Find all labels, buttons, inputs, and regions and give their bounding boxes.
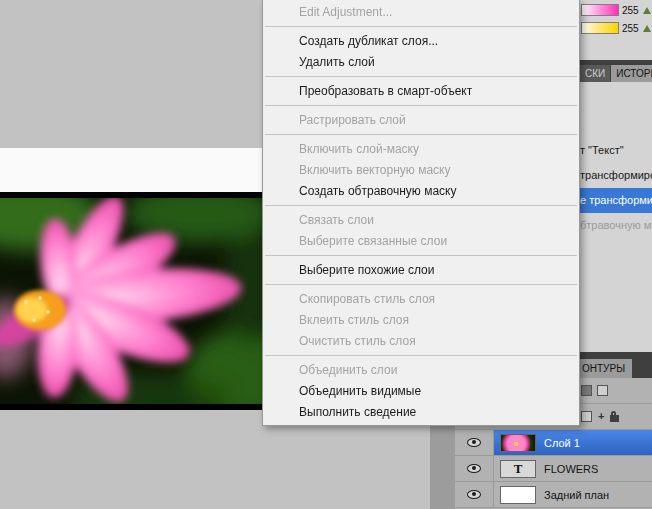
tab-history[interactable]: ИСТОРИ <box>611 65 652 82</box>
menu-item-create-clipping-mask[interactable]: Создать обтравочную маску <box>263 181 579 202</box>
layer-name: FLOWERS <box>544 463 598 475</box>
opacity-option-icon[interactable] <box>597 385 608 396</box>
menu-item-select-similar-layers[interactable]: Выберите похожие слои <box>263 260 579 281</box>
panel-spacer <box>578 36 652 60</box>
photoshop-workspace: 255 255 СКИ ИСТОРИ т "Текст" трансформир… <box>0 0 652 509</box>
menu-item-link-layers: Связать слои <box>263 210 579 231</box>
canvas-white-area <box>0 148 263 192</box>
menu-item-enable-layer-mask: Включить слой-маску <box>263 139 579 160</box>
visibility-cell[interactable] <box>455 482 494 507</box>
color-slider-row: 255 <box>578 18 652 36</box>
right-panel-column: 255 255 СКИ ИСТОРИ т "Текст" трансформир… <box>578 0 652 352</box>
menu-separator <box>263 23 579 31</box>
menu-item-rasterize-layer: Растрировать слой <box>263 110 579 131</box>
layer-content[interactable]: Слой 1 <box>494 430 652 455</box>
lock-icon[interactable] <box>610 415 619 422</box>
menu-item-flatten-image[interactable]: Выполнить сведение <box>263 402 579 423</box>
layer-thumbnail[interactable] <box>500 486 536 504</box>
layer-thumbnail[interactable] <box>500 434 536 452</box>
visibility-cell[interactable] <box>455 456 494 481</box>
menu-item-convert-smart-object[interactable]: Преобразовать в смарт-объект <box>263 81 579 102</box>
document-canvas[interactable] <box>0 192 263 410</box>
checker-icon[interactable] <box>581 411 592 422</box>
text-layer-thumb-icon[interactable]: T <box>500 460 536 478</box>
history-entry[interactable]: трансформиро <box>578 163 652 188</box>
menu-item-duplicate-layer[interactable]: Создать дубликат слоя... <box>263 31 579 52</box>
menu-item-merge-layers: Объединить слои <box>263 360 579 381</box>
magenta-slider[interactable] <box>581 4 619 16</box>
yellow-value[interactable]: 255 <box>622 23 640 34</box>
menu-item-delete-layer[interactable]: Удалить слой <box>263 52 579 73</box>
layer-name: Слой 1 <box>544 437 580 449</box>
color-slider-row: 255 <box>578 0 652 18</box>
slider-handle-icon[interactable] <box>643 25 651 32</box>
layer-row-flowers[interactable]: T FLOWERS <box>455 456 652 482</box>
yellow-slider[interactable] <box>581 22 619 34</box>
magenta-value[interactable]: 255 <box>622 5 640 16</box>
lotus-photo <box>0 198 263 404</box>
plus-icon[interactable]: + <box>598 412 604 421</box>
layer-row-background[interactable]: Задний план <box>455 482 652 508</box>
menu-item-select-linked-layers: Выберите связанные слои <box>263 231 579 252</box>
menu-separator <box>263 73 579 81</box>
visibility-cell[interactable] <box>455 430 494 455</box>
layer-name: Задний план <box>544 489 609 501</box>
tab-paths[interactable]: ОНТУРЫ <box>575 359 632 378</box>
menu-separator <box>263 131 579 139</box>
tab-partial[interactable]: СКИ <box>580 65 610 82</box>
history-entry[interactable]: т "Текст" <box>578 138 652 163</box>
eye-icon[interactable] <box>467 438 481 447</box>
layer-context-menu: Edit Adjustment... Создать дубликат слоя… <box>262 0 580 426</box>
menu-separator <box>263 252 579 260</box>
menu-separator <box>263 202 579 210</box>
menu-item-edit-adjustment: Edit Adjustment... <box>263 2 579 23</box>
layer-row-sloy-1[interactable]: Слой 1 <box>455 430 652 456</box>
blend-option-icon[interactable] <box>581 385 592 396</box>
menu-separator <box>263 102 579 110</box>
menu-item-copy-layer-style: Скопировать стиль слоя <box>263 289 579 310</box>
menu-item-paste-layer-style: Вклеить стиль слоя <box>263 310 579 331</box>
history-top-area <box>578 82 652 138</box>
layer-content[interactable]: Задний план <box>494 482 652 507</box>
menu-item-merge-visible[interactable]: Объединить видимые <box>263 381 579 402</box>
eye-icon[interactable] <box>467 464 481 473</box>
menu-item-clear-layer-style: Очистить стиль слоя <box>263 331 579 352</box>
history-entry-selected[interactable]: е трансформир <box>578 188 652 213</box>
menu-separator <box>263 352 579 360</box>
menu-item-enable-vector-mask: Включить векторную маску <box>263 160 579 181</box>
eye-icon[interactable] <box>467 490 481 499</box>
history-entry-undone[interactable]: бтравочную ма <box>578 213 652 238</box>
menu-separator <box>263 281 579 289</box>
layer-content[interactable]: T FLOWERS <box>494 456 652 481</box>
slider-handle-icon[interactable] <box>643 7 651 14</box>
history-panel-tabs: СКИ ИСТОРИ <box>578 60 652 82</box>
